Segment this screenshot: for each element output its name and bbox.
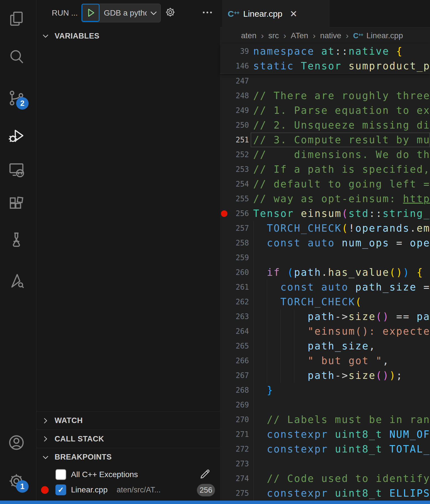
code-line-266[interactable]: 266 " but got ", (220, 353, 430, 368)
debug-config-dropdown[interactable]: GDB a pytho (81, 4, 161, 22)
code-line-265[interactable]: 265 path_size, (220, 339, 430, 353)
checkbox-checked[interactable]: ✓ (55, 484, 66, 495)
line-number[interactable]: 255 (220, 191, 249, 206)
edit-pencil-icon[interactable] (198, 467, 211, 482)
testing-icon (7, 230, 25, 249)
code-line-257[interactable]: 257 TORCH_CHECK(!operands.empty(), "eins… (220, 221, 430, 236)
activitybar-run-debug[interactable] (7, 126, 26, 145)
code-line-39[interactable]: 39namespace at::native { (220, 44, 430, 59)
line-number[interactable]: 273 (220, 456, 249, 471)
debug-settings-gear-icon[interactable] (164, 6, 176, 19)
section-call-stack[interactable]: CALL STACK (36, 430, 220, 448)
code-line-261[interactable]: 261 const auto path_size = num_ops == 1 … (220, 280, 430, 294)
code-line-274[interactable]: 274 // Code used to identify ELLIPSIS ("… (220, 471, 430, 486)
more-actions-icon[interactable] (201, 6, 214, 20)
line-number[interactable]: 264 (220, 324, 249, 339)
line-number[interactable]: 256 (220, 206, 249, 221)
breakpoint-row[interactable]: All C++ Exceptions (36, 467, 220, 482)
line-number[interactable]: 262 (220, 294, 249, 309)
line-number[interactable]: 272 (220, 442, 249, 456)
code-line-270[interactable]: 270 // Labels must be in range [A-Za-z] (220, 412, 430, 427)
line-number[interactable]: 146 (220, 59, 249, 73)
code-line-273[interactable]: 273 (220, 456, 430, 471)
code-text: // 2. Unsqueeze missing dimensions from … (253, 118, 430, 133)
line-number[interactable]: 270 (220, 412, 249, 427)
section-variables[interactable]: VARIABLES (36, 28, 220, 44)
checkbox-unchecked[interactable] (55, 469, 66, 480)
breadcrumb-item[interactable]: ATen (291, 31, 308, 40)
code-line-260[interactable]: 260 if (path.has_value()) { (220, 265, 430, 280)
code-line-258[interactable]: 258 const auto num_ops = operands.size()… (220, 236, 430, 250)
line-number[interactable]: 263 (220, 309, 249, 324)
code-line-256[interactable]: 256Tensor einsum(std::string_view equati… (220, 206, 430, 221)
line-number[interactable]: 39 (220, 44, 249, 59)
activitybar-files[interactable] (7, 9, 26, 28)
line-number[interactable]: 266 (220, 353, 249, 368)
line-number[interactable]: 254 (220, 177, 249, 191)
tab-linear-cpp[interactable]: C++ Linear.cpp ✕ (222, 0, 330, 27)
breakpoint-row[interactable]: ✓Linear.cppaten/src/AT...256 (36, 482, 220, 497)
line-number[interactable]: 257 (220, 221, 249, 236)
line-number[interactable]: 252 (220, 147, 249, 162)
code-line-259[interactable]: 259 (220, 250, 430, 265)
line-number[interactable]: 268 (220, 383, 249, 398)
section-breakpoints[interactable]: BREAKPOINTS (36, 448, 220, 466)
code-line-263[interactable]: 263 path->size() == path_size, (220, 309, 430, 324)
code-line-253[interactable]: 253// If a path is specified, we reduce … (220, 162, 430, 177)
breadcrumb-item[interactable]: Linear.cpp (366, 31, 403, 40)
code-text (253, 74, 430, 88)
code-line-268[interactable]: 268 } (220, 383, 430, 398)
code-line-255[interactable]: 255// way as opt-einsum: https://optimiz… (220, 191, 430, 206)
line-number[interactable]: 248 (220, 88, 249, 103)
code-line-251[interactable]: 251// 3. Compute result by multiplying i… (220, 133, 430, 147)
debug-sidebar: RUN ... GDB a pytho VARIABLES WATCH (36, 0, 220, 504)
code-line-254[interactable]: 254// default to going left => right. Th… (220, 177, 430, 191)
code-line-264[interactable]: 264 "einsum(): expected contraction path… (220, 324, 430, 339)
line-number[interactable]: 261 (220, 280, 249, 294)
breadcrumb-item[interactable]: native (320, 31, 341, 40)
activitybar-settings-gear[interactable]: 1 (7, 472, 26, 490)
line-number[interactable]: 250 (220, 118, 249, 133)
code-line-249[interactable]: 249// 1. Parse equation to extract the l… (220, 103, 430, 118)
line-number[interactable]: 251 (220, 133, 249, 147)
breadcrumb-item[interactable]: aten (241, 31, 257, 40)
code-line-262[interactable]: 262 TORCH_CHECK( (220, 294, 430, 309)
line-number[interactable]: 249 (220, 103, 249, 118)
activitybar-testing[interactable] (7, 230, 26, 249)
code-line-146[interactable]: 146static Tensor sumproduct_pair(const T… (220, 59, 430, 73)
code-line-269[interactable]: 269 (220, 398, 430, 412)
section-watch[interactable]: WATCH (36, 411, 220, 430)
code-line-267[interactable]: 267 path->size()); (220, 368, 430, 383)
code-line-247[interactable]: 247 (220, 74, 430, 88)
activitybar-account[interactable] (7, 433, 26, 452)
activitybar-extensions[interactable] (7, 195, 26, 213)
bottom-accent-bar (0, 501, 430, 504)
code-line-252[interactable]: 252// dimensions. We do this by permutin… (220, 147, 430, 162)
line-number[interactable]: 260 (220, 265, 249, 280)
line-number[interactable]: 271 (220, 427, 249, 442)
close-icon[interactable]: ✕ (290, 8, 297, 19)
breadcrumb[interactable]: aten›src›ATen›native›C++Linear.cpp (220, 27, 430, 44)
activitybar-search[interactable] (7, 48, 26, 66)
start-debug-button[interactable] (81, 4, 100, 22)
code-line-275[interactable]: 275 constexpr uint8_t ELLIPSIS = TOTAL_L… (220, 486, 430, 501)
code-line-248[interactable]: 248// There are roughly three parts to c… (220, 88, 430, 103)
code-line-250[interactable]: 250// 2. Unsqueeze missing dimensions fr… (220, 118, 430, 133)
code-line-271[interactable]: 271 constexpr uint8_t NUM_OF_LETTERS = '… (220, 427, 430, 442)
activitybar-remote-explorer[interactable] (7, 160, 26, 179)
activitybar-tools[interactable] (7, 271, 26, 290)
breadcrumb-item[interactable]: src (268, 31, 279, 40)
line-number[interactable]: 247 (220, 74, 249, 88)
chevron-right-icon (41, 434, 50, 443)
line-number[interactable]: 269 (220, 398, 249, 412)
code-area[interactable]: 247248// There are roughly three parts t… (220, 74, 430, 501)
code-line-272[interactable]: 272 constexpr uint8_t TOTAL_LABELS = NUM… (220, 442, 430, 456)
line-number[interactable]: 275 (220, 486, 249, 501)
activitybar-source-control[interactable]: 2 (7, 89, 26, 107)
line-number[interactable]: 259 (220, 250, 249, 265)
line-number[interactable]: 258 (220, 236, 249, 250)
line-number[interactable]: 253 (220, 162, 249, 177)
line-number[interactable]: 267 (220, 368, 249, 383)
line-number[interactable]: 265 (220, 339, 249, 353)
line-number[interactable]: 274 (220, 471, 249, 486)
